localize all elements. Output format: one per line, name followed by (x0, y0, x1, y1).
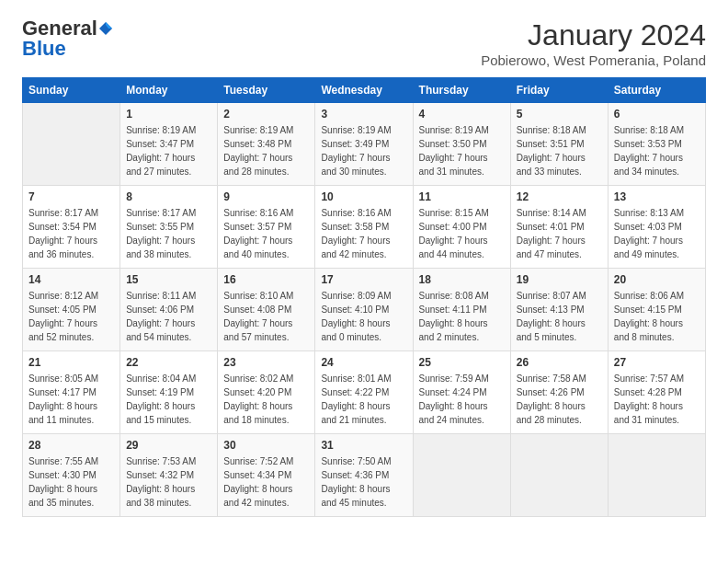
col-header-thursday: Thursday (413, 78, 510, 103)
day-number: 16 (223, 273, 309, 286)
col-header-monday: Monday (120, 78, 218, 103)
logo-icon (97, 20, 114, 37)
day-number: 14 (28, 273, 114, 286)
day-number: 8 (126, 190, 211, 203)
day-info: Sunrise: 8:19 AM Sunset: 3:47 PM Dayligh… (126, 123, 211, 178)
day-info: Sunrise: 8:19 AM Sunset: 3:49 PM Dayligh… (321, 123, 406, 178)
day-number: 10 (321, 190, 406, 203)
day-cell: 10 Sunrise: 8:16 AM Sunset: 3:58 PM Dayl… (315, 186, 413, 269)
day-number: 12 (517, 190, 602, 203)
day-info: Sunrise: 8:19 AM Sunset: 3:48 PM Dayligh… (223, 123, 309, 178)
day-number: 13 (614, 190, 700, 203)
week-row-1: 1 Sunrise: 8:19 AM Sunset: 3:47 PM Dayli… (23, 103, 706, 186)
day-number: 24 (321, 356, 406, 369)
day-info: Sunrise: 8:13 AM Sunset: 4:03 PM Dayligh… (614, 206, 700, 261)
day-number: 25 (419, 356, 505, 369)
month-title: January 2024 (481, 18, 706, 52)
logo: General Blue (22, 18, 114, 59)
day-number: 27 (614, 356, 700, 369)
week-row-2: 7 Sunrise: 8:17 AM Sunset: 3:54 PM Dayli… (23, 186, 706, 269)
day-cell: 24 Sunrise: 8:01 AM Sunset: 4:22 PM Dayl… (315, 351, 413, 434)
day-info: Sunrise: 8:06 AM Sunset: 4:15 PM Dayligh… (614, 289, 700, 344)
day-info: Sunrise: 8:14 AM Sunset: 4:01 PM Dayligh… (517, 206, 602, 261)
day-number: 22 (126, 356, 211, 369)
day-cell: 21 Sunrise: 8:05 AM Sunset: 4:17 PM Dayl… (23, 351, 120, 434)
day-cell (608, 434, 705, 517)
day-cell (510, 434, 608, 517)
day-info: Sunrise: 8:02 AM Sunset: 4:20 PM Dayligh… (223, 372, 309, 427)
col-header-friday: Friday (510, 78, 608, 103)
location-title: Pobierowo, West Pomerania, Poland (481, 52, 706, 68)
day-number: 6 (614, 108, 700, 121)
day-info: Sunrise: 7:58 AM Sunset: 4:26 PM Dayligh… (517, 372, 602, 427)
day-number: 26 (517, 356, 602, 369)
calendar-header-row: SundayMondayTuesdayWednesdayThursdayFrid… (23, 78, 706, 103)
col-header-tuesday: Tuesday (218, 78, 315, 103)
day-info: Sunrise: 8:18 AM Sunset: 3:53 PM Dayligh… (614, 123, 700, 178)
day-cell: 20 Sunrise: 8:06 AM Sunset: 4:15 PM Dayl… (608, 269, 705, 351)
header: General Blue January 2024 Pobierowo, Wes… (22, 18, 706, 68)
day-number: 19 (517, 273, 602, 286)
day-cell: 27 Sunrise: 7:57 AM Sunset: 4:28 PM Dayl… (608, 351, 705, 434)
day-cell: 3 Sunrise: 8:19 AM Sunset: 3:49 PM Dayli… (315, 103, 413, 186)
day-info: Sunrise: 8:18 AM Sunset: 3:51 PM Dayligh… (517, 123, 602, 178)
day-cell: 23 Sunrise: 8:02 AM Sunset: 4:20 PM Dayl… (218, 351, 315, 434)
col-header-sunday: Sunday (23, 78, 120, 103)
day-number: 29 (126, 439, 211, 452)
day-cell: 22 Sunrise: 8:04 AM Sunset: 4:19 PM Dayl… (120, 351, 218, 434)
day-info: Sunrise: 8:10 AM Sunset: 4:08 PM Dayligh… (223, 289, 309, 344)
day-cell: 17 Sunrise: 8:09 AM Sunset: 4:10 PM Dayl… (315, 269, 413, 351)
col-header-wednesday: Wednesday (315, 78, 413, 103)
day-cell: 11 Sunrise: 8:15 AM Sunset: 4:00 PM Dayl… (413, 186, 510, 269)
day-number: 11 (419, 190, 505, 203)
day-number: 2 (223, 108, 309, 121)
day-cell: 8 Sunrise: 8:17 AM Sunset: 3:55 PM Dayli… (120, 186, 218, 269)
day-cell: 19 Sunrise: 8:07 AM Sunset: 4:13 PM Dayl… (510, 269, 608, 351)
day-info: Sunrise: 8:12 AM Sunset: 4:05 PM Dayligh… (28, 289, 114, 344)
week-row-4: 21 Sunrise: 8:05 AM Sunset: 4:17 PM Dayl… (23, 351, 706, 434)
day-cell: 2 Sunrise: 8:19 AM Sunset: 3:48 PM Dayli… (218, 103, 315, 186)
day-number: 17 (321, 273, 406, 286)
col-header-saturday: Saturday (608, 78, 705, 103)
day-number: 3 (321, 108, 406, 121)
day-info: Sunrise: 8:17 AM Sunset: 3:54 PM Dayligh… (28, 206, 114, 261)
day-info: Sunrise: 8:07 AM Sunset: 4:13 PM Dayligh… (517, 289, 602, 344)
day-number: 15 (126, 273, 211, 286)
day-cell: 29 Sunrise: 7:53 AM Sunset: 4:32 PM Dayl… (120, 434, 218, 517)
day-number: 20 (614, 273, 700, 286)
day-info: Sunrise: 7:50 AM Sunset: 4:36 PM Dayligh… (321, 454, 406, 510)
day-info: Sunrise: 8:01 AM Sunset: 4:22 PM Dayligh… (321, 372, 406, 427)
day-cell: 13 Sunrise: 8:13 AM Sunset: 4:03 PM Dayl… (608, 186, 705, 269)
title-area: January 2024 Pobierowo, West Pomerania, … (481, 18, 706, 68)
day-cell: 6 Sunrise: 8:18 AM Sunset: 3:53 PM Dayli… (608, 103, 705, 186)
day-info: Sunrise: 8:16 AM Sunset: 3:58 PM Dayligh… (321, 206, 406, 261)
day-number: 30 (223, 439, 309, 452)
calendar-table: SundayMondayTuesdayWednesdayThursdayFrid… (22, 77, 706, 517)
day-number: 21 (28, 356, 114, 369)
day-cell: 5 Sunrise: 8:18 AM Sunset: 3:51 PM Dayli… (510, 103, 608, 186)
day-info: Sunrise: 8:09 AM Sunset: 4:10 PM Dayligh… (321, 289, 406, 344)
logo-general-text: General (22, 18, 97, 39)
day-cell (23, 103, 120, 186)
week-row-3: 14 Sunrise: 8:12 AM Sunset: 4:05 PM Dayl… (23, 269, 706, 351)
day-cell: 12 Sunrise: 8:14 AM Sunset: 4:01 PM Dayl… (510, 186, 608, 269)
day-cell: 16 Sunrise: 8:10 AM Sunset: 4:08 PM Dayl… (218, 269, 315, 351)
day-cell: 18 Sunrise: 8:08 AM Sunset: 4:11 PM Dayl… (413, 269, 510, 351)
day-cell: 30 Sunrise: 7:52 AM Sunset: 4:34 PM Dayl… (218, 434, 315, 517)
day-cell: 28 Sunrise: 7:55 AM Sunset: 4:30 PM Dayl… (23, 434, 120, 517)
day-info: Sunrise: 8:16 AM Sunset: 3:57 PM Dayligh… (223, 206, 309, 261)
day-number: 1 (126, 108, 211, 121)
day-info: Sunrise: 8:04 AM Sunset: 4:19 PM Dayligh… (126, 372, 211, 427)
day-number: 7 (28, 190, 114, 203)
week-row-5: 28 Sunrise: 7:55 AM Sunset: 4:30 PM Dayl… (23, 434, 706, 517)
day-number: 5 (517, 108, 602, 121)
day-info: Sunrise: 8:11 AM Sunset: 4:06 PM Dayligh… (126, 289, 211, 344)
day-info: Sunrise: 7:59 AM Sunset: 4:24 PM Dayligh… (419, 372, 505, 427)
day-number: 23 (223, 356, 309, 369)
logo-blue-text: Blue (22, 39, 66, 59)
day-cell: 1 Sunrise: 8:19 AM Sunset: 3:47 PM Dayli… (120, 103, 218, 186)
day-info: Sunrise: 8:08 AM Sunset: 4:11 PM Dayligh… (419, 289, 505, 344)
day-cell: 15 Sunrise: 8:11 AM Sunset: 4:06 PM Dayl… (120, 269, 218, 351)
day-cell (413, 434, 510, 517)
day-cell: 4 Sunrise: 8:19 AM Sunset: 3:50 PM Dayli… (413, 103, 510, 186)
